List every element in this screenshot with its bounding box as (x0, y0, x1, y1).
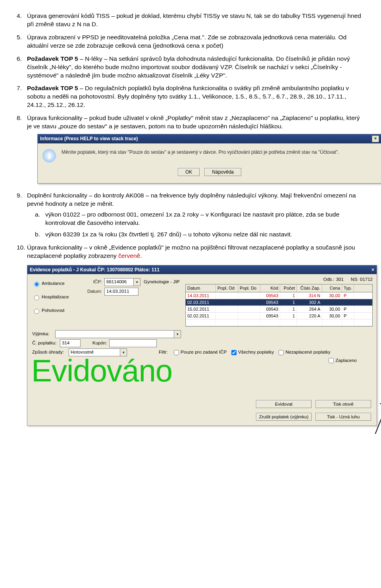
label-cpop: Č. poplatku: (32, 340, 60, 346)
table-row (186, 319, 372, 326)
table-cell: P (342, 292, 354, 299)
label-ns: NS: (351, 277, 358, 283)
help-button[interactable]: Nápověda (204, 168, 241, 176)
zrusit-button[interactable]: Zrušit poplatek (výjimku) (256, 413, 312, 421)
evidence-window: Evidence poplatků - J Koukal ČP: 1307080… (27, 265, 377, 426)
cpop-input[interactable]: 314 (60, 339, 81, 347)
dialog-message: Měníte poplatek, který má stav "Pouze do… (62, 149, 374, 155)
table-cell: 09543 (260, 299, 280, 306)
label-icp: IČP: (83, 279, 102, 285)
window-titlebar: Evidence poplatků - J Koukal ČP: 1307080… (27, 265, 377, 274)
table-cell (238, 292, 260, 299)
table-cell: 1 (280, 313, 297, 319)
label-datum: Datum: (83, 288, 102, 295)
table-cell: 09543 (260, 313, 280, 319)
table-cell: 14.03.2011 (186, 292, 216, 299)
left-panel: Ambulance Hospitalizace Pohotovost (27, 274, 83, 327)
evidovat-button[interactable]: Evidovat (256, 400, 312, 408)
item-8: 8.Úprava funkcionality – pokud bude uživ… (17, 114, 364, 184)
table-row[interactable]: 14.03.2011095431314 N30,00P (186, 292, 372, 299)
watermark-text: Evidováno (31, 350, 172, 392)
item-5: 5.Úprava zobrazení v PPSD je needitovate… (17, 33, 364, 50)
label-vyjimka: Výjimka: (32, 331, 55, 337)
check-pouze[interactable] (174, 350, 179, 355)
close-icon[interactable]: × (372, 135, 379, 142)
table-cell: 314 N (297, 292, 322, 299)
svg-marker-0 (371, 396, 381, 434)
table-cell: 220 A (297, 313, 322, 319)
datum-input[interactable]: 14.03.2011 (104, 288, 139, 296)
table-cell: 02.03.2011 (186, 299, 216, 306)
radio-ambulance[interactable]: Ambulance (32, 280, 81, 287)
dialog-title: Informace (Press HELP to view stack trac… (40, 135, 138, 142)
data-table: Datum Popl. Od Popl. Do Kód Počet Číslo … (185, 284, 373, 327)
table-row[interactable]: 02.02.2011095431220 A30,00P (186, 313, 372, 319)
table-cell (238, 306, 260, 312)
ns-value: 01712 (360, 277, 373, 283)
table-cell: 30,00 (322, 313, 342, 319)
table-cell (216, 299, 238, 306)
label-kupon: Kupón: (92, 340, 107, 346)
item-9b: b.výkon 63239 1x za ¾ roku (3x čtvrtletí… (35, 230, 364, 239)
check-nezaplacene[interactable] (279, 350, 284, 355)
item-10: 10.Úprava funkcionality – v okně „Eviden… (17, 244, 364, 260)
table-row[interactable]: 02.03.2011095431302 A (186, 299, 372, 306)
table-cell: 302 A (297, 299, 322, 306)
table-cell (238, 299, 260, 306)
item-6: 6.Požadavek TOP 5 – N-léky – Na setkání … (17, 55, 364, 80)
table-cell (216, 292, 238, 299)
dialog-titlebar: Informace (Press HELP to view stack trac… (38, 134, 381, 143)
icp-dropdown[interactable]: 66114006 ▾ (104, 278, 140, 286)
table-cell (238, 313, 260, 319)
table-cell: 1 (280, 299, 297, 306)
table-cell (322, 299, 342, 306)
vyjimka-dropdown[interactable]: ▾ (55, 330, 181, 338)
close-icon[interactable]: × (371, 267, 374, 273)
table-cell: P (342, 306, 354, 312)
table-cell: 1 (280, 292, 297, 299)
odb-value: 301 (336, 277, 344, 283)
table-cell: 02.02.2011 (186, 313, 216, 319)
table-cell: 30,00 (322, 306, 342, 312)
info-dialog: Informace (Press HELP to view stack trac… (37, 134, 381, 184)
table-row[interactable]: 15.02.2011095431264 A30,00P (186, 306, 372, 313)
radio-pohotovost[interactable]: Pohotovost (32, 308, 81, 314)
kupon-input[interactable] (109, 339, 157, 347)
table-cell: 1 (280, 306, 297, 312)
item-9: 9.Doplnění funkcionality – do kontroly A… (17, 191, 364, 239)
table-header: Datum Popl. Od Popl. Do Kód Počet Číslo … (186, 284, 372, 292)
arrow-icon (353, 384, 381, 434)
radio-hospitalizace[interactable]: Hospitalizace (32, 294, 81, 300)
item-7: 7.Požadavek TOP 5 – Do regulačních popla… (17, 84, 364, 109)
table-cell (216, 306, 238, 312)
table-cell (342, 299, 354, 306)
info-icon: i (42, 149, 56, 162)
chevron-down-icon[interactable]: ▾ (174, 330, 181, 338)
chevron-down-icon[interactable]: ▾ (133, 278, 140, 286)
item-4: 4.Úprava generování kódů TISS – pokud je… (17, 12, 364, 29)
window-title: Evidence poplatků - J Koukal ČP: 1307080… (30, 267, 160, 273)
label-odb: Odb.: (323, 277, 335, 283)
check-vsechny[interactable] (231, 350, 237, 355)
table-cell: 30,00 (322, 292, 342, 299)
check-zaplaceno[interactable] (329, 358, 334, 363)
spec-text: Gynekologie - JIP (144, 279, 180, 285)
table-cell (216, 313, 238, 319)
item-9a: a.výkon 01022 – pro odbornost 001, omeze… (35, 211, 364, 227)
table-cell: 15.02.2011 (186, 306, 216, 312)
table-cell: 09543 (260, 292, 280, 299)
table-cell: P (342, 313, 354, 319)
table-cell: 264 A (297, 306, 322, 312)
ok-button[interactable]: OK (178, 168, 200, 176)
table-cell: 09543 (260, 306, 280, 312)
